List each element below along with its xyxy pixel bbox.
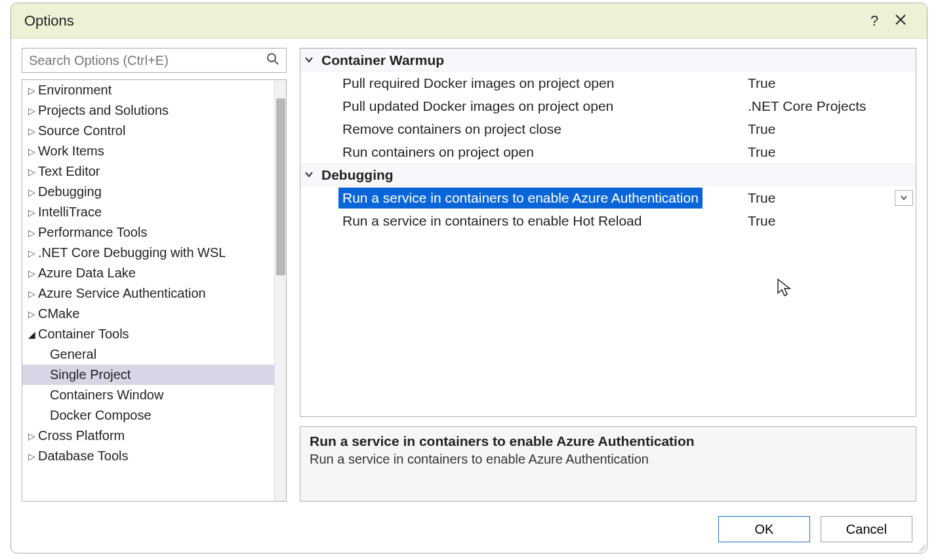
grid-row-value[interactable]: .NET Core Projects <box>744 98 916 114</box>
description-panel: Run a service in containers to enable Az… <box>300 426 916 502</box>
tree-item-label: Cross Platform <box>38 428 125 443</box>
grid-group-label: Container Warmup <box>317 52 744 68</box>
grid-row-label: Pull required Docker images on project o… <box>317 73 744 94</box>
grid-row[interactable]: Run containers on project openTrue <box>300 140 916 163</box>
tree-item-label: General <box>50 347 96 362</box>
tree-item-projects-and-solutions[interactable]: ▷Projects and Solutions <box>22 100 286 121</box>
grid-row-label: Pull updated Docker images on project op… <box>317 96 744 117</box>
chevron-right-icon[interactable]: ▷ <box>26 268 37 279</box>
tree-scrollbar-thumb[interactable] <box>276 98 285 275</box>
ok-button[interactable]: OK <box>718 516 810 542</box>
close-button[interactable] <box>887 12 914 30</box>
tree-item-intellitrace[interactable]: ▷IntelliTrace <box>22 202 286 222</box>
chevron-right-icon[interactable]: ▷ <box>26 106 37 116</box>
grid-group-label: Debugging <box>317 167 744 183</box>
chevron-right-icon[interactable]: ▷ <box>26 187 37 197</box>
titlebar: Options ? <box>11 3 927 39</box>
tree-item-label: Debugging <box>38 184 102 199</box>
tree-item-text-editor[interactable]: ▷Text Editor <box>22 161 286 182</box>
tree-item-label: Azure Data Lake <box>38 266 136 281</box>
chevron-right-icon[interactable]: ▷ <box>26 248 37 258</box>
grid-row[interactable]: Pull required Docker images on project o… <box>300 71 916 94</box>
value-dropdown-button[interactable] <box>895 190 913 206</box>
tree-item-environment[interactable]: ▷Environment <box>22 80 286 100</box>
search-input[interactable] <box>28 52 266 69</box>
tree-item-single-project[interactable]: Single Project <box>22 365 286 385</box>
cancel-button[interactable]: Cancel <box>821 516 912 542</box>
resize-grip[interactable] <box>916 542 926 551</box>
grid-row-label: Run a service in containers to enable Ho… <box>317 210 744 231</box>
svg-point-0 <box>268 54 275 62</box>
grid-row[interactable]: Pull updated Docker images on project op… <box>300 94 916 117</box>
window-title: Options <box>24 12 861 30</box>
tree-item-debugging[interactable]: ▷Debugging <box>22 182 286 202</box>
grid-row-value[interactable]: True <box>744 213 916 229</box>
tree-item-label: Containers Window <box>50 388 163 403</box>
tree-item-work-items[interactable]: ▷Work Items <box>22 141 286 161</box>
grid-row-value[interactable]: True <box>744 75 916 91</box>
tree-item-performance-tools[interactable]: ▷Performance Tools <box>22 222 286 243</box>
tree-item--net-core-debugging-with-wsl[interactable]: ▷.NET Core Debugging with WSL <box>22 243 286 263</box>
chevron-right-icon[interactable]: ▷ <box>26 309 37 319</box>
tree-item-label: Docker Compose <box>50 408 152 423</box>
chevron-right-icon[interactable]: ▷ <box>26 126 37 136</box>
tree-item-azure-data-lake[interactable]: ▷Azure Data Lake <box>22 263 286 283</box>
tree-scrollbar[interactable] <box>274 80 286 501</box>
tree-item-label: Projects and Solutions <box>38 103 169 118</box>
description-title: Run a service in containers to enable Az… <box>310 433 907 449</box>
tree-item-label: Azure Service Authentication <box>38 286 206 301</box>
tree-item-label: Source Control <box>38 123 125 138</box>
tree-item-label: Text Editor <box>38 164 100 179</box>
tree-item-containers-window[interactable]: Containers Window <box>22 385 286 405</box>
search-box[interactable] <box>22 48 287 73</box>
help-button[interactable]: ? <box>861 12 887 30</box>
tree-item-label: Performance Tools <box>38 225 147 240</box>
chevron-right-icon[interactable]: ▷ <box>26 167 37 177</box>
search-icon[interactable] <box>266 52 281 68</box>
grid-group-header[interactable]: Container Warmup <box>300 49 916 71</box>
tree-item-label: Container Tools <box>38 327 129 342</box>
dialog-footer: OK Cancel <box>11 508 927 553</box>
grid-row-label: Run containers on project open <box>317 142 744 163</box>
description-text: Run a service in containers to enable Az… <box>310 452 907 467</box>
grid-row[interactable]: Remove containers on project closeTrue <box>300 117 916 140</box>
tree-item-cross-platform[interactable]: ▷Cross Platform <box>22 426 286 446</box>
grid-row[interactable]: Run a service in containers to enable Ho… <box>300 209 916 232</box>
chevron-right-icon[interactable]: ▷ <box>26 228 37 238</box>
tree-item-database-tools[interactable]: ▷Database Tools <box>22 446 286 466</box>
options-dialog: Options ? ▷Environment▷Projects and Solu… <box>10 3 928 553</box>
tree-item-source-control[interactable]: ▷Source Control <box>22 121 286 141</box>
tree-item-cmake[interactable]: ▷CMake <box>22 304 286 324</box>
grid-row-value[interactable]: True <box>744 121 916 137</box>
grid-row-label: Remove containers on project close <box>317 119 744 140</box>
chevron-down-icon[interactable]: ◢ <box>26 329 37 340</box>
tree-item-general[interactable]: General <box>22 344 286 365</box>
tree-item-label: CMake <box>38 306 79 321</box>
tree-item-docker-compose[interactable]: Docker Compose <box>22 405 286 426</box>
tree-item-label: Work Items <box>38 144 104 159</box>
tree-item-label: .NET Core Debugging with WSL <box>38 245 226 260</box>
tree-item-label: Database Tools <box>38 449 129 464</box>
tree-item-azure-service-authentication[interactable]: ▷Azure Service Authentication <box>22 283 286 304</box>
tree-item-label: IntelliTrace <box>38 205 102 220</box>
tree-item-label: Environment <box>38 83 112 98</box>
grid-group-header[interactable]: Debugging <box>300 163 916 186</box>
grid-row-label: Run a service in containers to enable Az… <box>317 188 744 209</box>
chevron-right-icon[interactable]: ▷ <box>26 289 37 299</box>
chevron-right-icon[interactable]: ▷ <box>26 451 37 462</box>
chevron-right-icon[interactable]: ▷ <box>26 431 37 441</box>
tree-item-label: Single Project <box>50 367 131 382</box>
grid-row[interactable]: Run a service in containers to enable Az… <box>300 186 916 209</box>
category-tree: ▷Environment▷Projects and Solutions▷Sour… <box>22 79 287 502</box>
grid-row-value[interactable]: True <box>744 144 916 160</box>
property-grid: Container WarmupPull required Docker ima… <box>300 48 916 417</box>
chevron-right-icon[interactable]: ▷ <box>26 146 37 157</box>
chevron-right-icon[interactable]: ▷ <box>26 85 37 96</box>
grid-row-value[interactable]: True <box>744 190 895 206</box>
chevron-down-icon[interactable] <box>300 170 317 180</box>
close-icon <box>895 14 907 26</box>
chevron-down-icon[interactable] <box>300 55 317 66</box>
chevron-right-icon[interactable]: ▷ <box>26 207 37 218</box>
tree-item-container-tools[interactable]: ◢Container Tools <box>22 324 286 344</box>
